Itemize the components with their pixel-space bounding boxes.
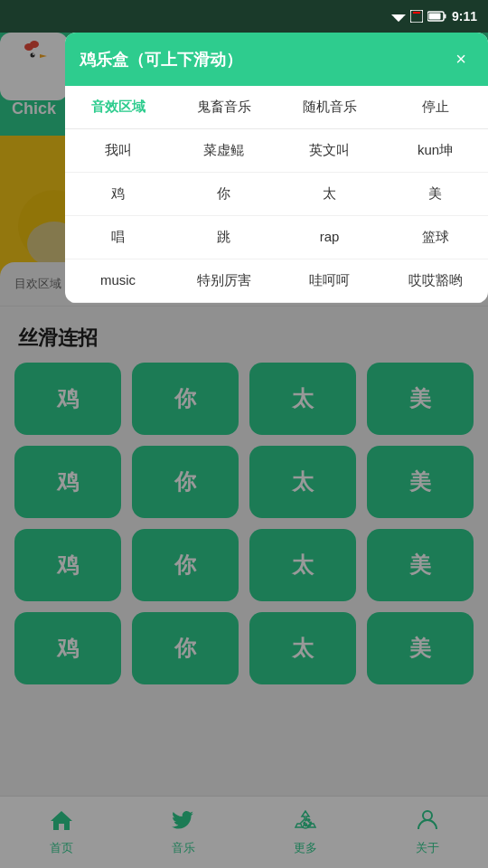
svg-rect-6 (428, 14, 440, 20)
tab-random-music[interactable]: 随机音乐 (277, 95, 382, 119)
status-bar: 9:11 (0, 0, 488, 33)
sound-cell-ni[interactable]: 你 (171, 173, 277, 216)
sound-cell-ji[interactable]: 鸡 (65, 173, 171, 216)
sound-cell-waheho[interactable]: 哇呵呵 (277, 259, 382, 303)
wifi-icon (391, 11, 406, 22)
sound-cell-wojiao[interactable]: 我叫 (65, 129, 171, 173)
status-icons: 9:11 (391, 9, 477, 24)
signal-icon (410, 10, 423, 23)
battery-icon (427, 11, 447, 22)
sound-cell-tebielihai[interactable]: 特别厉害 (171, 259, 277, 303)
status-time: 9:11 (452, 9, 477, 24)
sound-cell-tiao[interactable]: 跳 (171, 216, 277, 259)
sound-cell-kunkun[interactable]: kun坤 (382, 129, 488, 173)
sound-cell-rap[interactable]: rap (277, 216, 382, 259)
tab-stop[interactable]: 停止 (382, 95, 488, 119)
svg-marker-1 (394, 17, 403, 22)
sound-cell-caivkun[interactable]: 菜虚鲲 (171, 129, 277, 173)
tab-sound-effects[interactable]: 音效区域 (65, 95, 171, 119)
modal: 鸡乐盒（可上下滑动） × 音效区域 鬼畜音乐 随机音乐 停止 我叫 菜虚鲲 英文… (65, 33, 488, 303)
modal-header: 鸡乐盒（可上下滑动） × (65, 33, 488, 86)
sound-cell-mei[interactable]: 美 (382, 173, 488, 216)
sound-cell-chang[interactable]: 唱 (65, 216, 171, 259)
sound-cell-aiyaheyo[interactable]: 哎哎豁哟 (382, 259, 488, 303)
sound-cell-lanqiu[interactable]: 篮球 (382, 216, 488, 259)
sound-cell-tai[interactable]: 太 (277, 173, 382, 216)
modal-title: 鸡乐盒（可上下滑动） (80, 49, 242, 71)
sound-cell-music[interactable]: music (65, 259, 171, 303)
tab-ghost-music[interactable]: 鬼畜音乐 (171, 95, 277, 119)
modal-close-button[interactable]: × (448, 45, 474, 73)
sound-cell-englishjiao[interactable]: 英文叫 (277, 129, 382, 173)
tab-row: 音效区域 鬼畜音乐 随机音乐 停止 (65, 86, 488, 129)
sound-grid: 我叫 菜虚鲲 英文叫 kun坤 鸡 你 太 美 唱 跳 rap 篮球 music… (65, 129, 488, 303)
svg-rect-5 (444, 14, 446, 19)
